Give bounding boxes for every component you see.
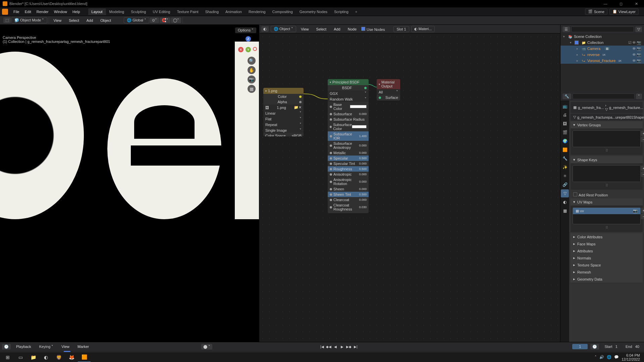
bsdf-row[interactable]: Metallic0.000 bbox=[328, 150, 369, 156]
node-canvas[interactable]: ▾1.png Color Alpha 🖼1.png📁✕ Linear˅ Flat… bbox=[259, 34, 560, 342]
bsdf-row[interactable]: Subsurface0.000 bbox=[328, 111, 369, 117]
play-reverse-icon[interactable]: ◀ bbox=[332, 344, 338, 350]
uv-map-item[interactable]: ▦ uv📷 bbox=[573, 208, 640, 214]
brave-icon[interactable]: 🦁 bbox=[52, 352, 65, 362]
shader-type[interactable]: 🌐 Object ˅ bbox=[271, 26, 296, 32]
outliner-type-icon[interactable]: ☰ bbox=[562, 26, 570, 32]
tab-physics-icon[interactable]: ⚛ bbox=[561, 172, 569, 180]
axis-x-icon[interactable]: X bbox=[238, 47, 244, 52]
tab-world-icon[interactable]: 🌍 bbox=[561, 137, 569, 145]
bsdf-row[interactable]: Clearcoat0.000 bbox=[328, 197, 369, 202]
tab-data-icon[interactable]: ▽ bbox=[561, 189, 569, 197]
panel-uv-maps[interactable]: ▾ UV Maps bbox=[571, 198, 643, 205]
outliner-search[interactable] bbox=[571, 26, 634, 32]
tab-geometry-nodes[interactable]: Geometry Nodes bbox=[296, 8, 331, 15]
blender-logo-icon[interactable] bbox=[2, 9, 8, 15]
3d-viewport[interactable]: Camera Perspective (1) Collection | g_re… bbox=[0, 25, 259, 342]
bsdf-row[interactable]: Subsurface Radius bbox=[328, 117, 369, 122]
panel-shape-keys[interactable]: ▾ Shape Keys bbox=[571, 156, 643, 163]
keyframe-prev-icon[interactable]: ◆◀ bbox=[326, 344, 332, 350]
viewlayer-selector[interactable]: 📋 ViewLayer bbox=[609, 8, 639, 15]
bsdf-row[interactable]: Clearcoat Roughness0.030 bbox=[328, 202, 369, 212]
pivot-icon[interactable]: ⊙˅ bbox=[150, 17, 159, 23]
filter-icon[interactable]: ▽ bbox=[635, 26, 642, 32]
tree-reverse[interactable]: ▸⮑reverse 1K 👁📷 bbox=[560, 52, 644, 58]
axis-neg-icon[interactable] bbox=[253, 47, 257, 51]
render-icon[interactable]: 📷 bbox=[637, 47, 641, 51]
end-frame[interactable]: End 40 bbox=[623, 344, 642, 349]
menu-window[interactable]: Window bbox=[51, 10, 70, 14]
tab-viewlayer-icon[interactable]: 🖼 bbox=[561, 120, 569, 128]
panel-face-maps[interactable]: ▸ Face Maps bbox=[571, 240, 643, 247]
tab-modifier-icon[interactable]: 🔧 bbox=[561, 155, 569, 163]
minimize-button[interactable]: — bbox=[598, 0, 613, 7]
menu-file[interactable]: File bbox=[11, 10, 22, 14]
bsdf-row[interactable]: Subsurface Anisotropy0.000 bbox=[328, 141, 369, 150]
timeline-type-icon[interactable]: 🕐 bbox=[2, 344, 11, 350]
snap-icon[interactable]: 🧲˅ bbox=[160, 17, 170, 23]
axis-y-icon[interactable]: Y bbox=[246, 47, 251, 52]
add-icon[interactable]: + bbox=[641, 208, 644, 213]
blender-taskbar-icon[interactable]: 🟧 bbox=[78, 352, 91, 362]
add-icon[interactable]: + bbox=[641, 166, 644, 171]
tree-camera[interactable]: ▸📹Camera ▦ 👁📷 bbox=[560, 46, 644, 52]
bsdf-row[interactable]: Sheen Tint0.500 bbox=[328, 192, 369, 197]
start-button[interactable]: ⊞ bbox=[1, 352, 14, 362]
playback-menu[interactable]: Playback bbox=[13, 345, 34, 349]
exclude-icon[interactable]: ☑ bbox=[628, 41, 632, 45]
tab-scene-icon[interactable]: 🎬 bbox=[561, 128, 569, 136]
props-search[interactable] bbox=[573, 94, 635, 99]
tab-layout[interactable]: Layout bbox=[88, 8, 106, 15]
add-icon[interactable]: + bbox=[641, 131, 644, 136]
tab-sculpting[interactable]: Sculpting bbox=[127, 8, 149, 15]
material-output-node[interactable]: ▾Material Output All˅ Surface Volume Dis… bbox=[377, 79, 400, 101]
eye-icon[interactable]: 👁 bbox=[632, 47, 636, 51]
remove-icon[interactable]: − bbox=[641, 172, 644, 177]
tab-texture-icon[interactable]: ▦ bbox=[561, 207, 569, 215]
bsdf-row[interactable]: Subsurface Color bbox=[328, 122, 369, 131]
tab-object-icon[interactable]: 🟧 bbox=[561, 146, 569, 154]
eye-icon[interactable]: 👁 bbox=[632, 53, 636, 57]
panel-color-attributes[interactable]: ▸ Color Attributes bbox=[571, 233, 643, 240]
tray-volume-icon[interactable]: 🔊 bbox=[599, 355, 604, 359]
bsdf-row[interactable]: Sheen0.000 bbox=[328, 186, 369, 192]
steam-icon[interactable]: ◐ bbox=[40, 352, 52, 362]
node-add-menu[interactable]: Add bbox=[331, 27, 343, 31]
mode-select[interactable]: 🧊 Object Mode ˅ bbox=[11, 17, 47, 23]
principled-bsdf-node[interactable]: ▾Principled BSDF BSDF GGX˅ Random Walk˅ … bbox=[328, 79, 369, 213]
bsdf-row[interactable]: Specular0.500 bbox=[328, 156, 369, 161]
firefox-icon[interactable]: 🦊 bbox=[65, 352, 78, 362]
object-menu[interactable]: Object bbox=[98, 18, 114, 22]
bsdf-row[interactable]: IOR1.450 bbox=[328, 212, 369, 213]
props-options-icon[interactable]: ˅ bbox=[636, 94, 642, 99]
perspective-icon[interactable]: ▦ bbox=[248, 85, 256, 93]
start-frame[interactable]: Start 1 bbox=[602, 344, 620, 349]
clock-icon[interactable]: 🕐 bbox=[590, 344, 599, 350]
tab-modeling[interactable]: Modeling bbox=[106, 8, 128, 15]
bsdf-row[interactable]: Anisotropic Rotation0.000 bbox=[328, 177, 369, 186]
marker-menu[interactable]: Marker bbox=[75, 345, 92, 349]
pan-icon[interactable]: ✋ bbox=[248, 66, 256, 74]
menu-render[interactable]: Render bbox=[34, 10, 51, 14]
tray-network-icon[interactable]: 🌐 bbox=[607, 355, 611, 359]
eye-icon[interactable]: 👁 bbox=[632, 41, 636, 45]
tab-material-icon[interactable]: ◐ bbox=[561, 198, 569, 206]
props-type-icon[interactable]: 🔧 bbox=[562, 94, 571, 99]
proportional-icon[interactable]: ◯˅ bbox=[171, 17, 181, 23]
autokey-icon[interactable]: ⬤ ˅ bbox=[201, 344, 212, 350]
tab-constraint-icon[interactable]: 🔗 bbox=[561, 181, 569, 189]
panel-vertex-groups[interactable]: ▾ Vertex Groups bbox=[571, 121, 643, 128]
close-button[interactable]: ✕ bbox=[629, 0, 644, 7]
current-frame[interactable]: 1 bbox=[572, 344, 588, 349]
tab-compositing[interactable]: Compositing bbox=[269, 8, 296, 15]
prop-breadcrumb[interactable]: ▦ g_remesh_fra... › ▽ g_remesh_fracture.… bbox=[571, 102, 643, 113]
rest-position-checkbox[interactable] bbox=[573, 192, 577, 196]
remove-icon[interactable]: − bbox=[641, 214, 644, 219]
view-menu[interactable]: View bbox=[51, 18, 64, 22]
keying-menu[interactable]: Keying ˅ bbox=[37, 345, 56, 349]
viewport-canvas[interactable] bbox=[0, 25, 259, 342]
material-select[interactable]: ◐ Materi... bbox=[411, 26, 435, 32]
bsdf-row[interactable]: Specular Tint0.000 bbox=[328, 161, 369, 166]
tree-scene-collection[interactable]: ▾📚Scene Collection bbox=[560, 34, 644, 40]
panel-attributes[interactable]: ▸ Attributes bbox=[571, 247, 643, 254]
